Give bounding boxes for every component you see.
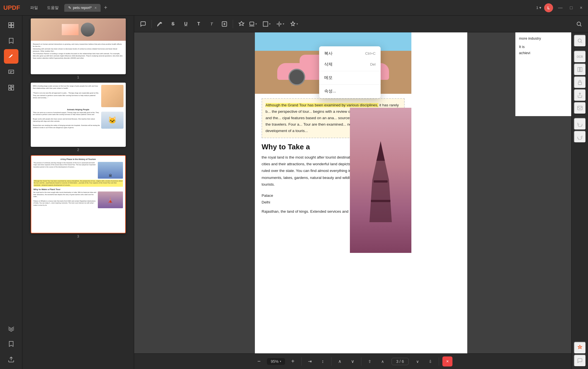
sidebar-item-comments[interactable] xyxy=(4,65,18,79)
last-page-button[interactable]: ⇩ xyxy=(424,355,437,368)
thumbnail-page-3[interactable]: A Key Phase in the History of Tourism Th… xyxy=(25,155,132,238)
svg-rect-7 xyxy=(11,87,14,90)
user-avatar[interactable]: L xyxy=(544,3,553,12)
file-menu-button[interactable]: 파일 xyxy=(27,4,41,11)
document-view[interactable]: OCR xyxy=(134,32,588,369)
active-tab[interactable]: ✎ pets report* × xyxy=(64,4,101,12)
protect-button[interactable] xyxy=(574,76,586,88)
search-button[interactable] xyxy=(573,18,585,30)
highlighted-text: Although the Grand Tour has been examine… xyxy=(265,103,378,107)
next-search-button[interactable]: ∨ xyxy=(347,355,359,368)
prev-page-button[interactable]: ∧ xyxy=(376,355,389,368)
undo-button[interactable] xyxy=(574,118,586,130)
thumbnail-page-1[interactable]: Research on human-animal interactions is… xyxy=(25,18,132,79)
minimize-button[interactable]: — xyxy=(556,4,565,11)
tab-edit-icon: ✎ xyxy=(68,6,71,10)
sidebar-item-bookmarks[interactable] xyxy=(4,33,18,48)
current-page: 3 xyxy=(396,359,399,364)
page-nav-arrow[interactable]: ▾ xyxy=(539,6,541,10)
pin-dropdown-button[interactable]: ▾ xyxy=(290,18,302,30)
stamp-dropdown-button[interactable]: ▾ xyxy=(249,18,261,30)
thumbnail-page-2[interactable]: WM is funding large-scale surveys to fin… xyxy=(25,83,132,152)
share-button[interactable] xyxy=(574,89,586,101)
toolbar: S U T T ▾ ▾ ▾ xyxy=(134,16,588,32)
fit-height-button[interactable]: ↕ xyxy=(317,355,329,368)
color-picker-button[interactable] xyxy=(236,18,247,30)
zoom-out-button[interactable]: − xyxy=(253,355,265,368)
bottom-divider-4 xyxy=(439,357,439,366)
page-indicator: 3 / 6 xyxy=(392,358,409,365)
shapes-dropdown-button[interactable]: ▾ xyxy=(262,18,274,30)
add-tab-button[interactable]: + xyxy=(102,4,110,11)
bottom-divider-2 xyxy=(331,357,331,366)
thumbnail-1-text: Research on human-animal interactions is… xyxy=(31,41,126,62)
svg-rect-16 xyxy=(578,82,582,85)
svg-point-11 xyxy=(278,23,280,25)
properties-label: 속성... xyxy=(324,88,336,94)
svg-rect-5 xyxy=(11,85,14,87)
text-box-button[interactable] xyxy=(219,18,230,30)
titlebar: UPDF 파일 도움말 ✎ pets report* × + 1 ▾ L — □… xyxy=(0,0,588,16)
svg-rect-18 xyxy=(374,180,388,183)
svg-rect-10 xyxy=(263,21,268,26)
mail-button[interactable] xyxy=(574,102,586,114)
prev-search-button[interactable]: ∧ xyxy=(334,355,346,368)
maximize-button[interactable]: □ xyxy=(568,4,575,11)
sidebar-item-layers[interactable] xyxy=(4,321,18,336)
context-menu-properties[interactable]: 속성... xyxy=(319,86,381,97)
zoom-arrow-button[interactable]: ▾ xyxy=(280,360,281,363)
tab-title: pets report* xyxy=(73,6,92,10)
fit-width-button[interactable]: ⇥ xyxy=(304,355,316,368)
highlight-pen-button[interactable] xyxy=(155,18,166,30)
sidebar-item-highlight[interactable] xyxy=(4,49,18,64)
svg-rect-19 xyxy=(371,200,390,202)
search-right-button[interactable] xyxy=(574,35,586,47)
ocr-button[interactable]: OCR xyxy=(574,51,586,63)
thumbnail-1-label: 1 xyxy=(77,75,79,79)
toolbar-divider-1 xyxy=(151,20,152,28)
sidebar-item-organize[interactable] xyxy=(4,80,18,95)
right-overflow-text: more industry pets report* It is achievi xyxy=(515,32,571,116)
close-window-button[interactable]: × xyxy=(578,4,585,11)
page-nav: 1 ▾ xyxy=(536,6,541,10)
context-menu-delete[interactable]: 삭제 Del xyxy=(319,59,381,70)
ai-assistant-button[interactable] xyxy=(574,342,586,354)
context-menu-divider-2 xyxy=(319,84,381,85)
page-separator: / xyxy=(400,359,401,364)
tab-close-button[interactable]: × xyxy=(94,6,97,10)
context-menu-copy[interactable]: 복사 Ctrl+C xyxy=(319,48,381,59)
right-sidebar: OCR xyxy=(571,32,588,369)
help-menu-button[interactable]: 도움말 xyxy=(44,4,62,11)
tab-bar: ✎ pets report* × + xyxy=(64,4,534,12)
draw-dropdown-button[interactable]: ▾ xyxy=(276,18,288,30)
bottom-divider-3 xyxy=(361,357,361,366)
context-menu-memo[interactable]: 메모 xyxy=(319,72,381,83)
strikethrough-button[interactable]: S xyxy=(167,18,179,30)
svg-point-12 xyxy=(577,22,581,25)
next-page-button[interactable]: ∨ xyxy=(411,355,424,368)
thumbnail-3-text: A Key Phase in the History of Tourism Th… xyxy=(31,156,125,210)
bottom-divider-1 xyxy=(301,357,302,366)
text-style-button[interactable]: T xyxy=(206,18,217,30)
svg-rect-2 xyxy=(9,25,11,28)
context-menu-divider-1 xyxy=(319,71,381,71)
sidebar-item-thumbnails[interactable] xyxy=(4,18,18,32)
svg-rect-6 xyxy=(9,88,11,90)
zoom-in-button[interactable]: + xyxy=(287,355,299,368)
chat-button[interactable] xyxy=(574,354,586,367)
svg-point-13 xyxy=(578,39,581,42)
comment-tool-button[interactable] xyxy=(137,18,149,30)
total-pages: 6 xyxy=(402,359,404,364)
close-annotation-button[interactable]: × xyxy=(442,356,452,366)
underline-button[interactable]: U xyxy=(180,18,191,30)
compare-button[interactable] xyxy=(574,63,586,76)
sidebar-item-attachment[interactable] xyxy=(4,352,18,367)
redo-button[interactable] xyxy=(574,131,586,143)
app-logo: UPDF xyxy=(3,4,20,11)
sidebar-item-bookmark2[interactable] xyxy=(4,337,18,351)
zoom-level-display: 95% ▾ xyxy=(267,358,285,365)
text-color-button[interactable]: T xyxy=(193,18,204,30)
first-page-button[interactable]: ⇧ xyxy=(364,355,376,368)
svg-rect-17 xyxy=(577,106,582,110)
svg-rect-1 xyxy=(11,23,14,25)
